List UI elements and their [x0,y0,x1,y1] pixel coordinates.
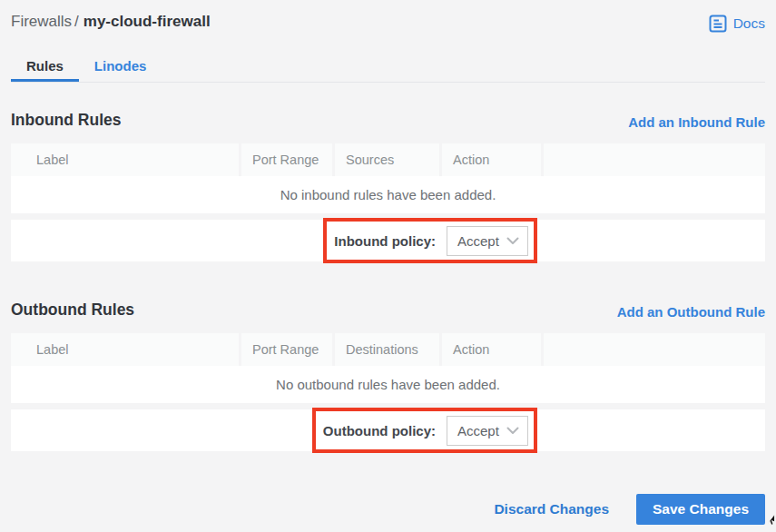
outbound-column-destinations: Destinations [335,333,439,366]
docs-icon [709,15,727,33]
add-outbound-rule-link[interactable]: Add an Outbound Rule [617,304,765,320]
tab-linodes-label: Linodes [94,58,147,74]
outbound-policy-select[interactable]: Accept [447,416,528,446]
inbound-empty-message: No inbound rules have been added. [280,187,496,202]
inbound-empty-row: No inbound rules have been added. [11,176,765,213]
breadcrumb-separator: / [74,13,79,30]
actions-footer: Discard Changes Save Changes [11,494,765,525]
inbound-column-action: Action [442,143,541,176]
discard-changes-link[interactable]: Discard Changes [494,501,609,517]
inbound-column-label: Label [11,143,239,176]
inbound-policy-value: Accept [457,233,499,249]
top-bar: Firewalls/my-cloud-firewall Docs [11,0,765,31]
inbound-policy-select[interactable]: Accept [447,226,528,256]
outbound-empty-message: No outbound rules have been added. [276,377,500,392]
outbound-column-action: Action [442,333,541,366]
tab-linodes[interactable]: Linodes [79,50,162,82]
inbound-table-header: Label Port Range Sources Action [11,143,765,176]
outbound-policy-label: Outbound policy: [323,423,436,438]
add-inbound-rule-link[interactable]: Add an Inbound Rule [628,114,765,130]
breadcrumb-firewalls-link[interactable]: Firewalls [11,13,72,30]
outbound-table-header: Label Port Range Destinations Action [11,333,765,366]
tab-rules[interactable]: Rules [11,50,79,82]
inbound-rules-title: Inbound Rules [11,111,122,130]
chevron-down-icon [506,427,519,435]
page-title: my-cloud-firewall [83,13,211,30]
outbound-column-port: Port Range [241,333,332,366]
outbound-column-filler [544,333,765,366]
inbound-policy-annotation-box: Inbound policy: Accept [323,218,537,263]
outbound-rules-title: Outbound Rules [11,300,134,320]
outbound-section-header: Outbound Rules Add an Outbound Rule [11,300,765,320]
tab-bar: Rules Linodes [11,50,765,83]
inbound-column-filler [544,143,765,176]
breadcrumb: Firewalls/my-cloud-firewall [11,13,211,31]
inbound-policy-label: Inbound policy: [334,233,436,249]
docs-label: Docs [733,15,765,32]
chevron-down-icon [506,237,519,245]
docs-link[interactable]: Docs [709,13,765,33]
outbound-column-label: Label [11,333,239,366]
outbound-policy-annotation-box: Outbound policy: Accept [312,408,537,453]
firewall-detail-page: Firewalls/my-cloud-firewall Docs Rules L… [0,0,776,525]
inbound-column-sources: Sources [335,143,439,176]
tab-rules-label: Rules [26,58,64,74]
save-changes-button[interactable]: Save Changes [636,494,765,525]
outbound-policy-row: Outbound policy: Accept [11,409,765,451]
inbound-policy-row: Inbound policy: Accept [11,220,765,261]
outbound-empty-row: No outbound rules have been added. [11,366,765,403]
outbound-policy-value: Accept [457,423,499,438]
inbound-section-header: Inbound Rules Add an Inbound Rule [11,111,765,130]
mouse-cursor-icon [765,513,775,529]
inbound-column-port: Port Range [241,143,332,176]
